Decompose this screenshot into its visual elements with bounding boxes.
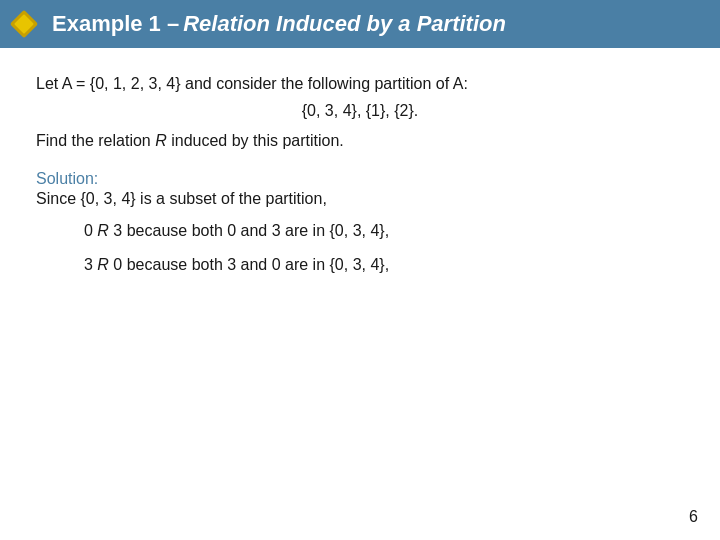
header-title-italic: Relation Induced by a Partition — [183, 11, 506, 37]
diamond-icon — [8, 8, 40, 40]
relation-r-find: R — [155, 132, 167, 149]
relation-line-2: 3 R 0 because both 3 and 0 are in {0, 3,… — [84, 252, 684, 278]
solution-label: Solution: — [36, 170, 684, 188]
partition-line: {0, 3, 4}, {1}, {2}. — [36, 102, 684, 120]
find-text: Find the relation R induced by this part… — [36, 132, 684, 150]
intro-line1: Let A = {0, 1, 2, 3, 4} and consider the… — [36, 75, 449, 92]
intro-paragraph: Let A = {0, 1, 2, 3, 4} and consider the… — [36, 72, 684, 96]
header-example-num: Example 1 – — [52, 11, 179, 37]
page-number: 6 — [689, 508, 698, 526]
relation-line-1: 0 R 3 because both 0 and 3 are in {0, 3,… — [84, 218, 684, 244]
intro-line2: A: — [453, 75, 468, 92]
header-bar: Example 1 – Relation Induced by a Partit… — [0, 0, 720, 48]
since-text: Since {0, 3, 4} is a subset of the parti… — [36, 190, 684, 208]
content-area: Let A = {0, 1, 2, 3, 4} and consider the… — [0, 48, 720, 305]
